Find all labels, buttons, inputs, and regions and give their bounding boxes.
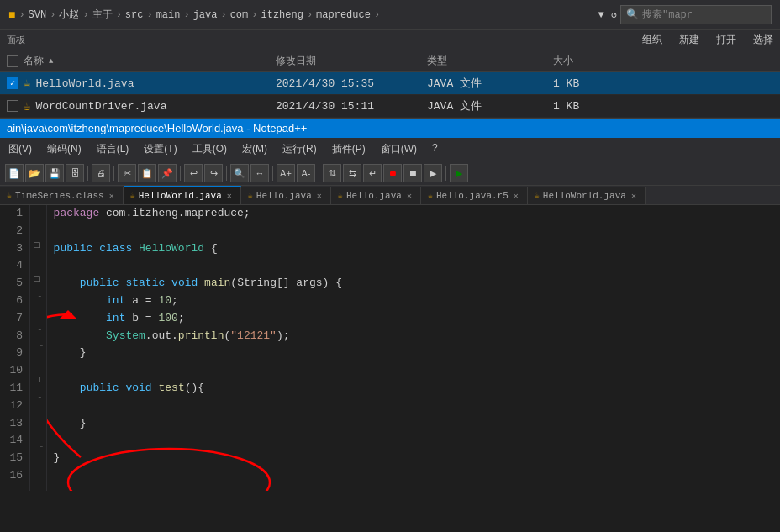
tab-close-hello-r5[interactable]: ✕	[512, 191, 520, 201]
tab-hello2[interactable]: ☕ Hello.java ✕	[331, 187, 421, 204]
menu-plugins[interactable]: 插件(P)	[329, 140, 369, 158]
redo-btn[interactable]: ↪	[204, 164, 223, 182]
toolbar-separator	[87, 166, 88, 181]
select-all-checkbox[interactable]	[7, 55, 18, 67]
menu-language[interactable]: 语言(L)	[93, 140, 133, 158]
copy-btn[interactable]: 📋	[138, 164, 156, 182]
new-file-btn[interactable]: 📄	[5, 164, 24, 182]
macro-play-btn[interactable]: ▶	[424, 164, 442, 182]
code-line-10	[54, 362, 773, 380]
tab-label-helloworld2: HelloWorld.java	[543, 191, 626, 201]
tab-timeseries[interactable]: ☕ TimeSeries.class ✕	[0, 187, 124, 204]
search-bar[interactable]: 🔍 搜索"mapr	[620, 5, 772, 24]
npp-toolbar: 📄 📂 💾 🗄 🖨 ✂ 📋 📌 ↩ ↪ 🔍 ↔ A+ A- ⇅ ⇆ ↵ ⏺ ⏹ …	[0, 161, 780, 186]
breadcrumb-com[interactable]: com	[230, 9, 249, 21]
tab-close-hello1[interactable]: ✕	[315, 191, 324, 201]
code-line-13: }	[54, 415, 773, 433]
tab-close-helloworld2[interactable]: ✕	[630, 191, 638, 201]
run-btn[interactable]: ▶	[450, 164, 468, 182]
sync-h-btn[interactable]: ⇆	[343, 164, 361, 182]
breadcrumb-itzheng[interactable]: itzheng	[261, 9, 303, 21]
paste-btn[interactable]: 📌	[158, 164, 177, 182]
breadcrumb-main[interactable]: main	[156, 9, 181, 21]
new-button[interactable]: 新建	[679, 33, 699, 47]
breadcrumb-java[interactable]: java	[193, 9, 218, 21]
tab-helloworld[interactable]: ☕ HelloWorld.java ✕	[124, 186, 241, 204]
tab-hello1[interactable]: ☕ Hello.java ✕	[241, 187, 331, 204]
print-btn[interactable]: 🖨	[92, 164, 110, 182]
breadcrumb-svn[interactable]: SVN	[29, 9, 47, 21]
replace-btn[interactable]: ↔	[250, 164, 269, 182]
svn-icon: ■	[8, 8, 15, 22]
code-line-7: int b = 100;	[54, 310, 773, 328]
col-date-header[interactable]: 修改日期	[276, 54, 427, 68]
menu-settings[interactable]: 设置(T)	[140, 140, 180, 158]
code-line-1: package com.itzheng.mapreduce;	[54, 205, 773, 223]
table-row[interactable]: ☕ HelloWorld.java 2021/4/30 15:35 JAVA 文…	[0, 72, 780, 95]
macro-rec-btn[interactable]: ⏺	[383, 164, 402, 182]
tab-close-hello2[interactable]: ✕	[405, 191, 414, 201]
breadcrumb-mapreduce[interactable]: mapreduce	[316, 9, 371, 21]
code-line-9: }	[54, 345, 773, 362]
col-type-header[interactable]: 类型	[427, 54, 553, 68]
menu-view[interactable]: 图(V)	[5, 140, 35, 158]
col-size-header[interactable]: 大小	[553, 54, 620, 68]
file-checkbox-2[interactable]	[7, 100, 18, 112]
zoom-in-btn[interactable]: A+	[277, 164, 295, 182]
organize-button[interactable]: 组织	[642, 33, 662, 47]
code-line-8: System.out.println("12121");	[54, 328, 773, 345]
tab-label-hello2: Hello.java	[346, 191, 402, 201]
code-line-14	[54, 432, 773, 450]
file-name-2: WordCountDriver.java	[35, 100, 166, 113]
code-line-15: }	[54, 450, 773, 467]
menu-macro[interactable]: 宏(M)	[239, 140, 271, 158]
menu-tools[interactable]: 工具(O)	[189, 140, 230, 158]
panel-icon: 面板	[7, 34, 25, 46]
toolbar-separator	[272, 166, 273, 181]
find-btn[interactable]: 🔍	[230, 164, 249, 182]
breadcrumb-zhuyu[interactable]: 主于	[92, 8, 113, 22]
wrap-btn[interactable]: ↵	[363, 164, 382, 182]
cut-btn[interactable]: ✂	[118, 164, 136, 182]
file-name-1: HelloWorld.java	[35, 77, 134, 90]
code-line-11: public void test(){	[54, 380, 773, 398]
tab-close-helloworld[interactable]: ✕	[225, 191, 234, 201]
file-type-2: JAVA 文件	[427, 98, 553, 113]
code-line-2	[54, 223, 773, 240]
open-file-btn[interactable]: 📂	[25, 164, 44, 182]
select-button[interactable]: 选择	[753, 33, 773, 47]
menu-help[interactable]: ?	[429, 140, 441, 158]
code-editor[interactable]: 1 2 3 4 5 6 7 8 9 10 11 12 13 14 15 16	[0, 205, 780, 491]
tab-close-timeseries[interactable]: ✕	[108, 191, 116, 201]
menu-run[interactable]: 运行(R)	[279, 140, 320, 158]
line-numbers: 1 2 3 4 5 6 7 8 9 10 11 12 13 14 15 16	[0, 205, 30, 491]
save-all-btn[interactable]: 🗄	[66, 164, 84, 182]
code-line-12	[54, 398, 773, 415]
macro-stop-btn[interactable]: ⏹	[403, 164, 422, 182]
npp-titlebar: ain\java\com\itzheng\mapreduce\HelloWorl…	[0, 119, 780, 138]
undo-btn[interactable]: ↩	[184, 164, 203, 182]
npp-title-text: ain\java\com\itzheng\mapreduce\HelloWorl…	[7, 122, 307, 134]
sync-v-btn[interactable]: ⇅	[323, 164, 341, 182]
breadcrumb-xiaoz[interactable]: 小赵	[59, 8, 79, 22]
tab-helloworld2[interactable]: ☕ HelloWorld.java ✕	[528, 187, 646, 204]
toolbar-separator	[319, 166, 319, 181]
toolbar-separator	[180, 166, 181, 181]
file-checkbox-1[interactable]	[7, 77, 18, 89]
zoom-out-btn[interactable]: A-	[297, 164, 315, 182]
tab-hello-r5[interactable]: ☕ Hello.java.r5 ✕	[421, 187, 528, 204]
code-content[interactable]: package com.itzheng.mapreduce; public cl…	[47, 205, 780, 491]
search-icon: 🔍	[626, 8, 639, 21]
tab-label-helloworld: HelloWorld.java	[139, 191, 222, 201]
menu-encoding[interactable]: 编码(N)	[44, 140, 85, 158]
open-button[interactable]: 打开	[716, 33, 736, 47]
breadcrumb: ■ › SVN › 小赵 › 主于 › src › main › java › …	[0, 0, 780, 30]
refresh-icon[interactable]: ↺	[611, 8, 617, 21]
col-name-header[interactable]: 名称	[24, 54, 44, 68]
code-line-3: public class HelloWorld {	[54, 240, 773, 258]
menu-window[interactable]: 窗口(W)	[377, 140, 420, 158]
dropdown-icon[interactable]: ▼	[598, 9, 604, 21]
save-btn[interactable]: 💾	[45, 164, 64, 182]
breadcrumb-src[interactable]: src	[125, 9, 144, 21]
table-row[interactable]: ☕ WordCountDriver.java 2021/4/30 15:11 J…	[0, 95, 780, 118]
